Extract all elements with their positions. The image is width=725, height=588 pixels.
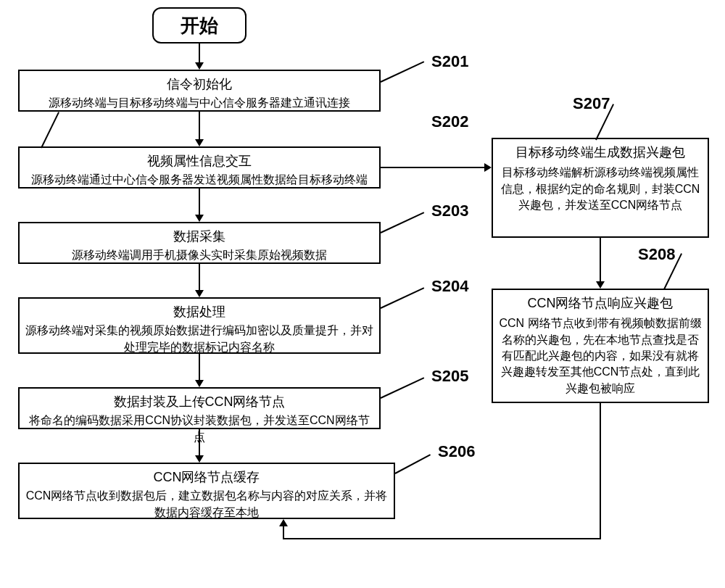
start-node: 开始	[152, 7, 246, 44]
arrow-s204-s205	[199, 354, 200, 381]
title-s207: 目标移动终端生成数据兴趣包	[499, 144, 702, 162]
arrow-s201-s202	[199, 112, 200, 141]
arrow-head-s208-s206	[279, 519, 288, 526]
label-s208: S208	[638, 245, 675, 264]
box-s208: CCN网络节点响应兴趣包 CCN 网络节点收到带有视频帧数据前缀名称的兴趣包，先…	[492, 289, 709, 403]
leader-s205	[381, 377, 425, 399]
arrow-head-start-s201	[195, 62, 204, 70]
arrow-head-s201-s202	[195, 139, 204, 146]
label-s205: S205	[431, 367, 468, 386]
title-s203: 数据采集	[25, 228, 373, 246]
label-s201: S201	[431, 52, 468, 71]
arrow-s202-s203	[199, 189, 200, 216]
title-s202: 视频属性信息交互	[25, 152, 373, 170]
start-label: 开始	[181, 13, 218, 38]
box-s204: 数据处理 源移动终端对采集的视频原始数据进行编码加密以及质量提升，并对处理完毕的…	[18, 297, 381, 354]
arrow-s202-s207-h	[381, 167, 486, 168]
desc-s207: 目标移动终端解析源移动终端视频属性信息，根据约定的命名规则，封装CCN兴趣包，并…	[499, 165, 702, 213]
arrow-head-s202-s203	[195, 215, 204, 222]
desc-s204: 源移动终端对采集的视频原始数据进行编码加密以及质量提升，并对处理完毕的数据标记内…	[25, 323, 373, 355]
title-s206: CCN网络节点缓存	[25, 468, 388, 486]
title-s208: CCN网络节点响应兴趣包	[499, 294, 702, 312]
arrow-s205-s206	[199, 429, 200, 457]
label-s203: S203	[431, 202, 468, 220]
arrow-s203-s204	[199, 264, 200, 291]
desc-s208: CCN 网络节点收到带有视频帧数据前缀名称的兴趣包，先在本地节点查找是否有匹配此…	[499, 315, 702, 397]
box-s207: 目标移动终端生成数据兴趣包 目标移动终端解析源移动终端视频属性信息，根据约定的命…	[492, 138, 709, 238]
label-s207: S207	[573, 94, 610, 113]
arrow-start-s201	[199, 44, 200, 64]
leader-s204	[381, 287, 425, 309]
desc-s202: 源移动终端通过中心信令服务器发送视频属性数据给目标移动终端	[25, 172, 373, 188]
desc-s201: 源移动终端与目标移动终端与中心信令服务器建立通讯连接	[25, 95, 373, 111]
arrow-head-s205-s206	[195, 455, 204, 463]
title-s201: 信令初始化	[25, 75, 373, 94]
desc-s203: 源移动终端调用手机摄像头实时采集原始视频数据	[25, 247, 373, 263]
title-s204: 数据处理	[25, 303, 373, 321]
leader-s202	[41, 112, 59, 148]
arrow-head-s202-s207	[484, 163, 492, 172]
desc-s206: CCN网络节点收到数据包后，建立数据包名称与内容的对应关系，并将数据内容缓存至本…	[25, 488, 388, 521]
arrow-s208-s206-v	[600, 403, 601, 539]
box-s205: 数据封装及上传CCN网络节点 将命名的编码数据采用CCN协议封装数据包，并发送至…	[18, 387, 381, 429]
box-s206: CCN网络节点缓存 CCN网络节点收到数据包后，建立数据包名称与内容的对应关系，…	[18, 463, 395, 519]
box-s202: 视频属性信息交互 源移动终端通过中心信令服务器发送视频属性数据给目标移动终端	[18, 146, 381, 189]
box-s203: 数据采集 源移动终端调用手机摄像头实时采集原始视频数据	[18, 222, 381, 264]
arrow-s208-s206-h	[283, 538, 600, 539]
arrow-head-s203-s204	[195, 290, 204, 297]
arrow-s207-s208	[600, 238, 601, 283]
title-s205: 数据封装及上传CCN网络节点	[25, 393, 373, 411]
label-s202: S202	[431, 112, 468, 131]
arrow-head-s207-s208	[596, 281, 605, 289]
label-s204: S204	[431, 277, 468, 296]
box-s201: 信令初始化 源移动终端与目标移动终端与中心信令服务器建立通讯连接	[18, 70, 381, 112]
leader-s201	[381, 61, 425, 83]
leader-s203	[381, 212, 425, 233]
label-s206: S206	[438, 442, 475, 461]
leader-s206	[395, 454, 431, 474]
arrow-head-s204-s205	[195, 380, 204, 387]
arrow-s208-s206-v2	[283, 525, 284, 539]
